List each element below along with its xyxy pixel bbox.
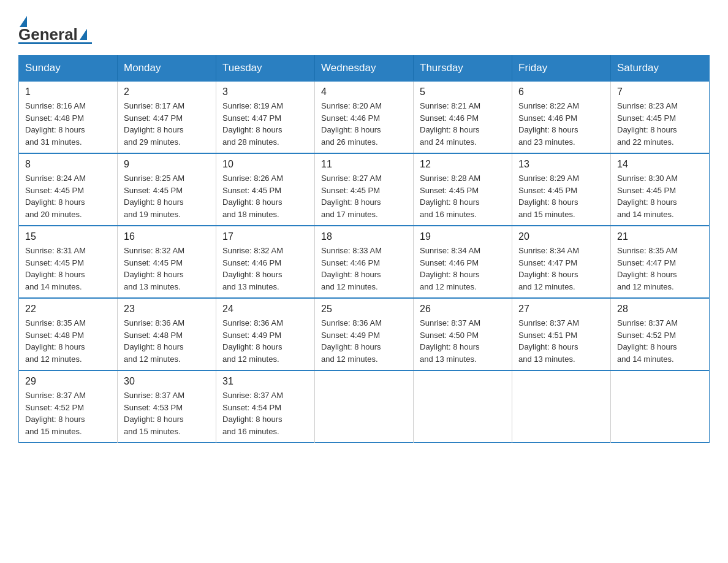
day-info: Sunrise: 8:32 AMSunset: 4:45 PMDaylight:… — [124, 245, 210, 293]
day-number: 18 — [321, 231, 407, 242]
day-number: 12 — [420, 159, 506, 170]
calendar-cell: 22 Sunrise: 8:35 AMSunset: 4:48 PMDaylig… — [19, 298, 118, 370]
calendar-week-4: 22 Sunrise: 8:35 AMSunset: 4:48 PMDaylig… — [19, 298, 710, 370]
day-info: Sunrise: 8:25 AMSunset: 4:45 PMDaylight:… — [124, 172, 210, 220]
calendar-cell: 29 Sunrise: 8:37 AMSunset: 4:52 PMDaylig… — [19, 370, 118, 443]
weekday-header-thursday: Thursday — [414, 56, 512, 82]
calendar-cell: 19 Sunrise: 8:34 AMSunset: 4:46 PMDaylig… — [414, 226, 512, 298]
logo-underline — [18, 42, 92, 44]
day-info: Sunrise: 8:32 AMSunset: 4:46 PMDaylight:… — [222, 245, 308, 293]
calendar-table: SundayMondayTuesdayWednesdayThursdayFrid… — [18, 55, 710, 443]
day-number: 17 — [222, 231, 308, 242]
day-info: Sunrise: 8:37 AMSunset: 4:51 PMDaylight:… — [518, 317, 604, 365]
calendar-week-3: 15 Sunrise: 8:31 AMSunset: 4:45 PMDaylig… — [19, 226, 710, 298]
calendar-cell: 31 Sunrise: 8:37 AMSunset: 4:54 PMDaylig… — [216, 370, 315, 443]
logo-general-text2: General — [18, 25, 78, 44]
day-number: 2 — [124, 86, 210, 98]
weekday-header-friday: Friday — [512, 56, 611, 82]
day-info: Sunrise: 8:37 AMSunset: 4:54 PMDaylight:… — [222, 389, 308, 437]
calendar-cell: 7 Sunrise: 8:23 AMSunset: 4:45 PMDayligh… — [611, 81, 710, 153]
day-info: Sunrise: 8:19 AMSunset: 4:47 PMDaylight:… — [222, 100, 308, 148]
day-info: Sunrise: 8:28 AMSunset: 4:45 PMDaylight:… — [420, 172, 506, 220]
day-info: Sunrise: 8:26 AMSunset: 4:45 PMDaylight:… — [222, 172, 308, 220]
calendar-cell: 23 Sunrise: 8:36 AMSunset: 4:48 PMDaylig… — [118, 298, 216, 370]
day-info: Sunrise: 8:34 AMSunset: 4:46 PMDaylight:… — [420, 245, 506, 293]
calendar-cell: 20 Sunrise: 8:34 AMSunset: 4:47 PMDaylig… — [512, 226, 611, 298]
day-number: 7 — [617, 86, 703, 98]
weekday-header-sunday: Sunday — [19, 56, 118, 82]
logo-triangle-icon2 — [80, 29, 87, 40]
page-header: General — [18, 12, 710, 44]
day-number: 30 — [124, 376, 210, 387]
day-number: 15 — [25, 231, 111, 242]
day-number: 27 — [518, 304, 604, 315]
day-number: 23 — [124, 304, 210, 315]
calendar-week-1: 1 Sunrise: 8:16 AMSunset: 4:48 PMDayligh… — [19, 81, 710, 153]
day-info: Sunrise: 8:16 AMSunset: 4:48 PMDaylight:… — [25, 100, 111, 148]
day-number: 11 — [321, 159, 407, 170]
day-info: Sunrise: 8:31 AMSunset: 4:45 PMDaylight:… — [25, 245, 111, 293]
calendar-cell: 4 Sunrise: 8:20 AMSunset: 4:46 PMDayligh… — [315, 81, 414, 153]
calendar-cell: 8 Sunrise: 8:24 AMSunset: 4:45 PMDayligh… — [19, 153, 118, 226]
calendar-cell: 30 Sunrise: 8:37 AMSunset: 4:53 PMDaylig… — [118, 370, 216, 443]
calendar-cell: 14 Sunrise: 8:30 AMSunset: 4:45 PMDaylig… — [611, 153, 710, 226]
calendar-cell: 3 Sunrise: 8:19 AMSunset: 4:47 PMDayligh… — [216, 81, 315, 153]
day-number: 29 — [25, 376, 111, 387]
calendar-cell: 12 Sunrise: 8:28 AMSunset: 4:45 PMDaylig… — [414, 153, 512, 226]
calendar-cell: 2 Sunrise: 8:17 AMSunset: 4:47 PMDayligh… — [118, 81, 216, 153]
day-number: 28 — [617, 304, 703, 315]
weekday-header-saturday: Saturday — [611, 56, 710, 82]
day-number: 24 — [222, 304, 308, 315]
calendar-cell: 27 Sunrise: 8:37 AMSunset: 4:51 PMDaylig… — [512, 298, 611, 370]
day-number: 10 — [222, 159, 308, 170]
calendar-cell — [315, 370, 414, 443]
calendar-cell: 16 Sunrise: 8:32 AMSunset: 4:45 PMDaylig… — [118, 226, 216, 298]
day-info: Sunrise: 8:37 AMSunset: 4:50 PMDaylight:… — [420, 317, 506, 365]
day-info: Sunrise: 8:36 AMSunset: 4:49 PMDaylight:… — [222, 317, 308, 365]
weekday-header-row: SundayMondayTuesdayWednesdayThursdayFrid… — [19, 56, 710, 82]
day-info: Sunrise: 8:21 AMSunset: 4:46 PMDaylight:… — [420, 100, 506, 148]
day-info: Sunrise: 8:23 AMSunset: 4:45 PMDaylight:… — [617, 100, 703, 148]
calendar-cell: 10 Sunrise: 8:26 AMSunset: 4:45 PMDaylig… — [216, 153, 315, 226]
day-number: 16 — [124, 231, 210, 242]
calendar-cell — [414, 370, 512, 443]
calendar-cell: 5 Sunrise: 8:21 AMSunset: 4:46 PMDayligh… — [414, 81, 512, 153]
logo: General — [18, 12, 92, 44]
day-number: 6 — [518, 86, 604, 98]
calendar-cell: 24 Sunrise: 8:36 AMSunset: 4:49 PMDaylig… — [216, 298, 315, 370]
day-info: Sunrise: 8:35 AMSunset: 4:47 PMDaylight:… — [617, 245, 703, 293]
day-info: Sunrise: 8:37 AMSunset: 4:52 PMDaylight:… — [617, 317, 703, 365]
calendar-cell: 25 Sunrise: 8:36 AMSunset: 4:49 PMDaylig… — [315, 298, 414, 370]
weekday-header-tuesday: Tuesday — [216, 56, 315, 82]
day-info: Sunrise: 8:24 AMSunset: 4:45 PMDaylight:… — [25, 172, 111, 220]
day-info: Sunrise: 8:34 AMSunset: 4:47 PMDaylight:… — [518, 245, 604, 293]
calendar-cell: 21 Sunrise: 8:35 AMSunset: 4:47 PMDaylig… — [611, 226, 710, 298]
day-number: 5 — [420, 86, 506, 98]
calendar-cell: 17 Sunrise: 8:32 AMSunset: 4:46 PMDaylig… — [216, 226, 315, 298]
calendar-cell: 11 Sunrise: 8:27 AMSunset: 4:45 PMDaylig… — [315, 153, 414, 226]
day-number: 3 — [222, 86, 308, 98]
day-info: Sunrise: 8:37 AMSunset: 4:52 PMDaylight:… — [25, 389, 111, 437]
calendar-cell — [611, 370, 710, 443]
calendar-cell: 1 Sunrise: 8:16 AMSunset: 4:48 PMDayligh… — [19, 81, 118, 153]
calendar-cell: 6 Sunrise: 8:22 AMSunset: 4:46 PMDayligh… — [512, 81, 611, 153]
day-number: 19 — [420, 231, 506, 242]
day-info: Sunrise: 8:36 AMSunset: 4:49 PMDaylight:… — [321, 317, 407, 365]
day-number: 22 — [25, 304, 111, 315]
calendar-cell: 26 Sunrise: 8:37 AMSunset: 4:50 PMDaylig… — [414, 298, 512, 370]
day-info: Sunrise: 8:37 AMSunset: 4:53 PMDaylight:… — [124, 389, 210, 437]
day-info: Sunrise: 8:20 AMSunset: 4:46 PMDaylight:… — [321, 100, 407, 148]
calendar-week-5: 29 Sunrise: 8:37 AMSunset: 4:52 PMDaylig… — [19, 370, 710, 443]
day-number: 31 — [222, 376, 308, 387]
day-number: 13 — [518, 159, 604, 170]
weekday-header-wednesday: Wednesday — [315, 56, 414, 82]
calendar-cell: 13 Sunrise: 8:29 AMSunset: 4:45 PMDaylig… — [512, 153, 611, 226]
day-info: Sunrise: 8:36 AMSunset: 4:48 PMDaylight:… — [124, 317, 210, 365]
day-info: Sunrise: 8:33 AMSunset: 4:46 PMDaylight:… — [321, 245, 407, 293]
day-number: 9 — [124, 159, 210, 170]
calendar-cell: 28 Sunrise: 8:37 AMSunset: 4:52 PMDaylig… — [611, 298, 710, 370]
calendar-cell — [512, 370, 611, 443]
day-number: 26 — [420, 304, 506, 315]
weekday-header-monday: Monday — [118, 56, 216, 82]
day-info: Sunrise: 8:22 AMSunset: 4:46 PMDaylight:… — [518, 100, 604, 148]
